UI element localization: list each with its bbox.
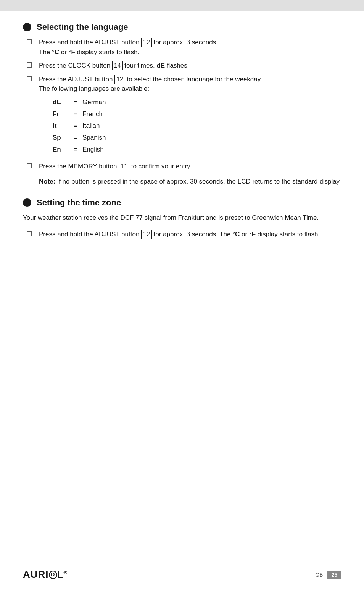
section2-bullet	[23, 198, 31, 207]
top-bar	[0, 0, 364, 11]
lang-name-sp: Spanish	[82, 132, 106, 143]
step1-content: Press and hold the ADJUST button 12 for …	[39, 37, 341, 57]
step3-text1: Press the ADJUST button	[39, 76, 114, 83]
brand-registered: ®	[63, 569, 68, 575]
language-row-sp: Sp = Spanish	[53, 132, 341, 143]
list-item: Press and hold the ADJUST button 12 for …	[23, 37, 341, 57]
footer: AURIOL® GB 25	[23, 569, 341, 581]
step3-box12: 12	[114, 75, 125, 84]
lang-equals-de: =	[69, 97, 82, 107]
step3-subtext: The following languages are available:	[39, 85, 149, 92]
section1-title: Selecting the language	[37, 22, 128, 32]
lang-code-sp: Sp	[53, 132, 69, 143]
lang-name-de: German	[82, 97, 106, 107]
step2-text2: four times. dE flashes.	[123, 62, 189, 69]
step1-subtext: The °C or °F display starts to flash.	[39, 48, 139, 56]
language-row-fr: Fr = French	[53, 109, 341, 119]
s2step1-content: Press and hold the ADJUST button 12 for …	[39, 229, 341, 239]
language-table: dE = German Fr = French It = Italian	[53, 97, 341, 155]
section2-intro: Your weather station receives the DCF 77…	[23, 213, 341, 223]
step3-text2: to select the chosen language for the we…	[125, 76, 262, 83]
note-label: Note:	[39, 178, 55, 185]
section2-header: Setting the time zone	[23, 198, 341, 208]
section-selecting-language: Selecting the language Press and hold th…	[23, 22, 341, 186]
step1-bullet	[27, 39, 32, 44]
language-row-en: En = English	[53, 144, 341, 155]
s2step1-text1: Press and hold the ADJUST button	[39, 231, 141, 238]
lang-code-fr: Fr	[53, 109, 69, 119]
footer-country: GB	[315, 572, 323, 578]
footer-right: GB 25	[315, 571, 341, 579]
s2step1-bullet	[27, 231, 32, 236]
s2step1-bold-f: F	[252, 231, 256, 238]
language-row-de: dE = German	[53, 97, 341, 107]
step4-box11: 11	[119, 162, 129, 171]
step3-bullet	[27, 76, 32, 81]
lang-equals-fr: =	[69, 109, 82, 119]
step1-box12: 12	[141, 38, 152, 47]
lang-equals-sp: =	[69, 132, 82, 143]
list-item: Press the CLOCK button 14 four times. dE…	[23, 61, 341, 71]
step4-bullet	[27, 163, 32, 168]
brand-circle-o: O	[49, 571, 57, 579]
lang-equals-it: =	[69, 121, 82, 131]
note-block: Note: if no button is pressed in the spa…	[39, 177, 341, 187]
s2step1-bold-c: C	[235, 231, 240, 238]
page: Selecting the language Press and hold th…	[0, 0, 364, 592]
brand-logo: AURIOL®	[23, 569, 68, 581]
step2-content: Press the CLOCK button 14 four times. dE…	[39, 61, 341, 71]
step1-bold-f: F	[71, 48, 75, 56]
step4-content: Press the MEMORY button 11 to confirm yo…	[39, 161, 341, 186]
section1-bullet	[23, 23, 31, 31]
step2-bullet	[27, 62, 32, 68]
language-row-it: It = Italian	[53, 121, 341, 131]
step1-bold-c: C	[55, 48, 59, 56]
lang-name-en: English	[82, 144, 104, 155]
step2-box14: 14	[112, 61, 123, 70]
s2step1-text2: for approx. 3 seconds. The °C or °F disp…	[152, 231, 320, 238]
list-item: Press the MEMORY button 11 to confirm yo…	[23, 161, 341, 186]
lang-code-it: It	[53, 121, 69, 131]
step4-text1: Press the MEMORY button	[39, 163, 119, 170]
step1-text1: Press and hold the ADJUST button	[39, 39, 141, 46]
section1-header: Selecting the language	[23, 22, 341, 32]
step1-text2: for approx. 3 seconds.	[152, 39, 218, 46]
lang-code-de: dE	[53, 97, 69, 107]
section-setting-time-zone: Setting the time zone Your weather stati…	[23, 198, 341, 239]
step3-content: Press the ADJUST button 12 to select the…	[39, 74, 341, 158]
brand-text-auri: AURI	[23, 569, 49, 580]
step4-text2: to confirm your entry.	[129, 163, 192, 170]
step2-text1: Press the CLOCK button	[39, 62, 112, 69]
section2-title: Setting the time zone	[37, 198, 121, 208]
brand-text-l: L	[57, 569, 64, 580]
lang-name-it: Italian	[82, 121, 100, 131]
list-item: Press the ADJUST button 12 to select the…	[23, 74, 341, 158]
lang-name-fr: French	[82, 109, 103, 119]
step2-bold-de: dE	[156, 62, 165, 69]
lang-equals-en: =	[69, 144, 82, 155]
footer-page-number: 25	[327, 571, 341, 579]
note-text: if no button is pressed in the space of …	[55, 178, 341, 185]
lang-code-en: En	[53, 144, 69, 155]
list-item: Press and hold the ADJUST button 12 for …	[23, 229, 341, 239]
s2step1-box12: 12	[141, 230, 152, 239]
